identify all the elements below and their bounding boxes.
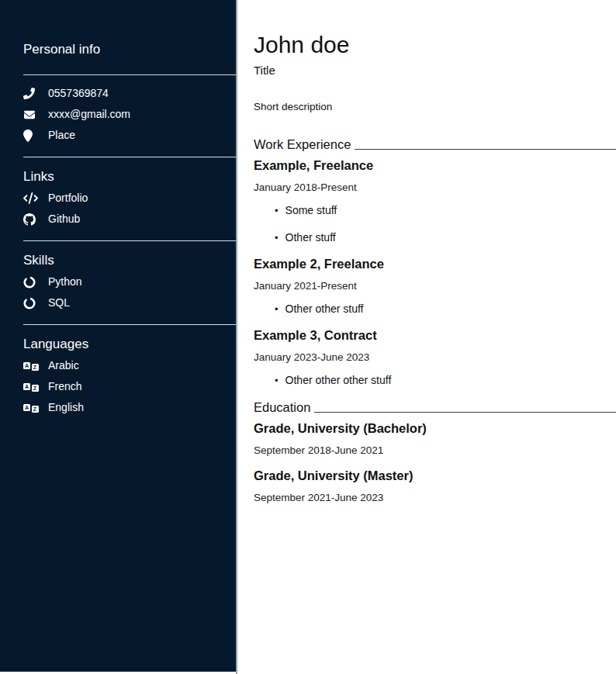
- education-entry-title: Grade, University (Bachelor): [254, 421, 616, 436]
- section-heading-label: Work Experience: [254, 137, 351, 152]
- phone-number: 0557369874: [48, 87, 109, 100]
- language-icon: AZ: [23, 382, 48, 392]
- languages-list: AZ Arabic AZ French AZ English: [23, 355, 236, 418]
- portfolio-link[interactable]: Portfolio: [23, 188, 236, 209]
- education-heading: Education: [254, 399, 616, 415]
- skill-row: Python: [23, 271, 236, 292]
- language-row: AZ French: [23, 376, 236, 397]
- skill-row: SQL: [23, 292, 236, 313]
- resume-page: Personal info 0557369874 xxxx@gmail.com …: [0, 0, 616, 674]
- work-entry-title: Example 3, Contract: [254, 328, 616, 343]
- circle-notch-icon: [23, 276, 48, 289]
- bullet-item: Other other stuff: [275, 302, 616, 316]
- code-icon: [23, 192, 48, 204]
- github-link[interactable]: Github: [23, 209, 236, 230]
- skills-list: Python SQL: [23, 271, 236, 313]
- github-icon: [23, 213, 48, 226]
- sidebar-divider: [23, 324, 236, 325]
- personal-info-list: 0557369874 xxxx@gmail.com Place: [23, 83, 236, 146]
- education-entry-title: Grade, University (Master): [254, 468, 616, 483]
- work-entry-title: Example 2, Freelance: [254, 257, 616, 271]
- short-description: Short description: [254, 101, 616, 113]
- links-heading: Links: [23, 169, 236, 185]
- language-icon-letter: A: [23, 362, 30, 369]
- languages-heading: Languages: [23, 337, 236, 352]
- github-label: Github: [48, 213, 80, 226]
- skill-label: Python: [48, 275, 82, 289]
- work-entry-bullets: Other other stuff: [254, 302, 616, 316]
- language-icon-letter: A: [23, 383, 30, 390]
- work-entry-bullets: Some stuff Other stuff: [254, 204, 616, 244]
- personal-info-heading: Personal info: [23, 42, 236, 57]
- language-icon: AZ: [23, 361, 48, 371]
- bullet-item: Other stuff: [275, 231, 616, 244]
- work-entry-bullets: Other other other stuff: [254, 374, 616, 387]
- contact-place-row: Place: [23, 125, 236, 146]
- education-entry-date: September 2021-June 2023: [254, 492, 616, 503]
- section-rule: [314, 412, 616, 413]
- bullet-item: Some stuff: [275, 204, 616, 217]
- main-content: John doe Title Short description Work Ex…: [254, 0, 616, 503]
- section-rule: [355, 149, 616, 150]
- language-icon-letter: Z: [32, 406, 39, 413]
- education-entry-date: September 2018-June 2021: [254, 444, 616, 456]
- sidebar-divider: [23, 240, 236, 241]
- email-address: xxxx@gmail.com: [48, 108, 130, 121]
- language-icon-letter: Z: [32, 364, 39, 371]
- language-label: French: [48, 380, 82, 393]
- work-entry-date: January 2021-Present: [254, 280, 616, 292]
- work-experience-heading: Work Experience: [254, 137, 616, 152]
- links-list: Portfolio Github: [23, 188, 236, 230]
- location-pin-icon: [23, 130, 48, 142]
- work-entry-title: Example, Freelance: [254, 158, 616, 173]
- bullet-item: Other other other stuff: [275, 374, 616, 387]
- language-label: Arabic: [48, 359, 79, 372]
- language-row: AZ Arabic: [23, 355, 236, 376]
- sidebar-divider: [23, 157, 236, 157]
- phone-icon: [23, 88, 48, 99]
- portfolio-label: Portfolio: [48, 192, 88, 205]
- sidebar-divider: [23, 74, 236, 75]
- circle-notch-icon: [23, 297, 48, 309]
- person-title: Title: [254, 64, 616, 78]
- language-icon-letter: A: [23, 404, 30, 411]
- envelope-icon: [23, 109, 48, 120]
- work-entry-date: January 2023-June 2023: [254, 351, 616, 363]
- language-row: AZ English: [23, 397, 236, 418]
- language-icon-letter: Z: [32, 385, 39, 392]
- work-entry-date: January 2018-Present: [254, 181, 616, 193]
- sidebar: Personal info 0557369874 xxxx@gmail.com …: [0, 0, 236, 672]
- language-icon: AZ: [23, 403, 48, 413]
- skills-heading: Skills: [23, 253, 236, 268]
- section-heading-label: Education: [254, 399, 310, 415]
- sidebar-edge-line: [236, 0, 237, 674]
- skill-label: SQL: [48, 296, 70, 309]
- contact-email-row: xxxx@gmail.com: [23, 104, 236, 125]
- contact-phone-row: 0557369874: [23, 83, 236, 104]
- language-label: English: [48, 401, 84, 414]
- person-name: John doe: [254, 32, 616, 58]
- place-label: Place: [48, 129, 75, 142]
